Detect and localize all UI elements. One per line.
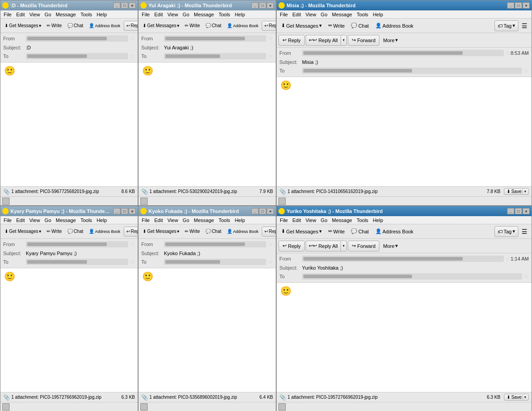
reply-all-main-3[interactable]: ↩↩ Reply All — [306, 35, 340, 46]
get-messages-btn-1[interactable]: ⬇ Get Messages ▾ — [2, 20, 43, 31]
tag-btn-6[interactable]: 🏷 Tag ▾ — [494, 226, 518, 237]
get-messages-btn-4[interactable]: ⬇ Get Messages ▾ — [2, 226, 43, 237]
menu-edit-6[interactable]: Edit — [290, 217, 303, 223]
star-icon-1[interactable]: ☆ — [130, 35, 135, 42]
write-btn-1[interactable]: ✏ Write — [44, 20, 64, 31]
menu-go-5[interactable]: Go — [180, 217, 192, 223]
get-messages-btn-3[interactable]: ⬇ Get Messages ▾ — [278, 20, 325, 32]
menu-file-3[interactable]: File — [278, 11, 290, 18]
menu-file-4[interactable]: File — [1, 217, 14, 223]
menu-tools-3[interactable]: Tools — [355, 11, 371, 18]
menu-message-3[interactable]: Message — [330, 11, 355, 18]
reply-btn-5[interactable]: ↩ Reply — [262, 227, 276, 237]
close-btn-6[interactable]: × — [522, 208, 530, 214]
menu-help-3[interactable]: Help — [370, 11, 385, 18]
menu-file-1[interactable]: File — [1, 11, 14, 18]
menu-help-2[interactable]: Help — [232, 11, 247, 18]
menu-message-2[interactable]: Message — [192, 11, 216, 18]
chat-btn-4[interactable]: 💬 Chat — [65, 226, 86, 237]
close-btn-3[interactable]: × — [522, 2, 530, 9]
tag-btn-3[interactable]: 🏷 Tag ▾ — [494, 20, 518, 31]
to-star-icon-3[interactable]: ☆ — [524, 68, 529, 74]
star-icon-5[interactable]: ☆ — [268, 241, 273, 247]
get-messages-btn-2[interactable]: ⬇ Get Messages ▾ — [140, 20, 182, 31]
close-btn-2[interactable]: × — [267, 2, 274, 9]
hamburger-btn-3[interactable]: ☰ — [519, 21, 530, 31]
reply-all-arrow-6[interactable]: ▾ — [340, 241, 347, 251]
chat-btn-1[interactable]: 💬 Chat — [65, 20, 86, 31]
reply-btn-2[interactable]: ↩ Reply — [262, 21, 276, 31]
address-book-btn-5[interactable]: 👤 Address Book — [225, 226, 261, 237]
write-btn-4[interactable]: ✏ Write — [44, 226, 64, 237]
address-book-btn-3[interactable]: 👤 Address Book — [373, 20, 416, 32]
minimize-btn-5[interactable]: _ — [251, 208, 259, 214]
star-icon-6[interactable]: ☆ — [506, 256, 511, 262]
menu-view-5[interactable]: View — [165, 217, 181, 223]
menu-tools-6[interactable]: Tools — [355, 217, 371, 223]
write-btn-6[interactable]: ✏ Write — [326, 226, 347, 237]
reply-btn-3[interactable]: ↩ Reply — [278, 35, 305, 46]
menu-view-3[interactable]: View — [303, 11, 319, 18]
menu-view-4[interactable]: View — [27, 217, 43, 223]
maximize-btn-1[interactable]: □ — [121, 2, 128, 9]
to-star-icon-4[interactable]: ☆ — [130, 259, 135, 265]
reply-btn-6[interactable]: ↩ Reply — [278, 241, 305, 251]
star-icon-2[interactable]: ☆ — [268, 35, 273, 42]
maximize-btn-6[interactable]: □ — [515, 208, 522, 214]
write-btn-3[interactable]: ✏ Write — [326, 20, 347, 32]
menu-file-2[interactable]: File — [139, 11, 152, 18]
menu-tools-4[interactable]: Tools — [78, 217, 95, 223]
menu-tools-2[interactable]: Tools — [216, 11, 233, 18]
more-btn-6[interactable]: More ▾ — [380, 241, 401, 251]
to-star-icon-5[interactable]: ☆ — [268, 259, 273, 265]
star-icon-3[interactable]: ☆ — [506, 50, 511, 56]
menu-view-1[interactable]: View — [27, 11, 43, 18]
chat-btn-5[interactable]: 💬 Chat — [203, 226, 224, 237]
menu-go-3[interactable]: Go — [318, 11, 330, 18]
minimize-btn-3[interactable]: _ — [507, 2, 514, 9]
menu-view-6[interactable]: View — [303, 217, 319, 223]
menu-edit-2[interactable]: Edit — [152, 11, 165, 18]
close-btn-4[interactable]: × — [129, 208, 136, 214]
reply-btn-1[interactable]: ↩ Reply — [124, 21, 138, 31]
reply-btn-4[interactable]: ↩ Reply — [124, 227, 138, 237]
menu-file-6[interactable]: File — [278, 217, 290, 223]
menu-message-5[interactable]: Message — [192, 217, 216, 223]
star-icon-4[interactable]: ☆ — [130, 241, 135, 247]
minimize-btn-1[interactable]: _ — [113, 2, 120, 9]
address-book-btn-6[interactable]: 👤 Address Book — [373, 226, 416, 237]
menu-help-5[interactable]: Help — [232, 217, 247, 223]
menu-help-6[interactable]: Help — [370, 217, 385, 223]
get-messages-btn-5[interactable]: ⬇ Get Messages ▾ — [140, 226, 182, 237]
menu-view-2[interactable]: View — [165, 11, 181, 18]
menu-go-6[interactable]: Go — [318, 217, 330, 223]
chat-btn-2[interactable]: 💬 Chat — [203, 20, 224, 31]
to-star-icon-1[interactable]: ☆ — [130, 53, 135, 59]
menu-help-1[interactable]: Help — [94, 11, 109, 18]
menu-message-4[interactable]: Message — [53, 217, 78, 223]
address-book-btn-4[interactable]: 👤 Address Book — [86, 226, 123, 237]
close-btn-5[interactable]: × — [267, 208, 274, 214]
reply-all-arrow-3[interactable]: ▾ — [340, 35, 347, 46]
menu-message-1[interactable]: Message — [53, 11, 78, 18]
save-btn-6[interactable]: ⬇ Save ▾ — [504, 394, 529, 401]
write-btn-2[interactable]: ✏ Write — [182, 20, 202, 31]
menu-go-2[interactable]: Go — [180, 11, 192, 18]
menu-help-4[interactable]: Help — [94, 217, 109, 223]
more-btn-3[interactable]: More ▾ — [380, 35, 401, 46]
menu-go-1[interactable]: Go — [42, 11, 53, 18]
forward-btn-3[interactable]: ↪ Forward — [348, 35, 379, 46]
menu-tools-5[interactable]: Tools — [216, 217, 233, 223]
hamburger-btn-6[interactable]: ☰ — [519, 227, 530, 237]
menu-edit-1[interactable]: Edit — [14, 11, 27, 18]
address-book-btn-2[interactable]: 👤 Address Book — [225, 20, 261, 31]
menu-message-6[interactable]: Message — [330, 217, 355, 223]
chat-btn-6[interactable]: 💬 Chat — [348, 226, 371, 237]
close-btn-1[interactable]: × — [129, 2, 136, 9]
address-book-btn-1[interactable]: 👤 Address Book — [86, 20, 123, 31]
menu-go-4[interactable]: Go — [42, 217, 53, 223]
to-star-icon-6[interactable]: ☆ — [524, 273, 529, 280]
maximize-btn-4[interactable]: □ — [121, 208, 128, 214]
write-btn-5[interactable]: ✏ Write — [182, 226, 202, 237]
chat-btn-3[interactable]: 💬 Chat — [348, 20, 371, 32]
